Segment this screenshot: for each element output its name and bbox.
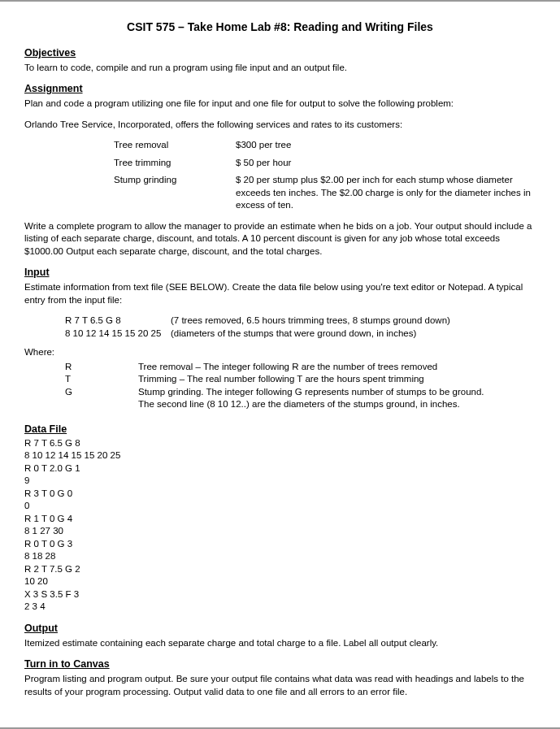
document-page: CSIT 575 – Take Home Lab #8: Reading and… <box>0 0 560 729</box>
assignment-heading: Assignment <box>24 82 536 96</box>
example-desc: (7 trees removed, 6.5 hours trimming tre… <box>171 315 536 328</box>
example-row: R 7 T 6.5 G 8 (7 trees removed, 6.5 hour… <box>65 315 536 328</box>
output-body: Itemized estimate containing each separa… <box>24 637 536 650</box>
service-row: Tree removal $300 per tree <box>24 139 536 152</box>
input-p1: Estimate information from text file (SEE… <box>24 281 536 306</box>
where-val: The second line (8 10 12..) are the diam… <box>138 398 536 411</box>
where-label: Where: <box>24 346 536 359</box>
turnin-body: Program listing and program output. Be s… <box>24 673 536 698</box>
objectives-heading: Objectives <box>24 46 536 60</box>
where-row: The second line (8 10 12..) are the diam… <box>65 398 536 411</box>
assignment-p3: Write a complete program to allow the ma… <box>24 220 536 258</box>
objectives-body: To learn to code, compile and run a prog… <box>24 62 536 75</box>
service-rate: $300 per tree <box>219 139 536 152</box>
service-name: Tree trimming <box>24 157 219 170</box>
example-row: 8 10 12 14 15 15 20 25 (diameters of the… <box>65 328 536 341</box>
datafile-heading: Data File <box>24 423 536 436</box>
page-title: CSIT 575 – Take Home Lab #8: Reading and… <box>24 20 536 35</box>
service-row: Tree trimming $ 50 per hour <box>24 157 536 170</box>
input-example: R 7 T 6.5 G 8 (7 trees removed, 6.5 hour… <box>65 315 536 340</box>
turnin-heading: Turn in to Canvas <box>24 657 536 671</box>
where-val: Tree removal – The integer following R a… <box>138 361 536 374</box>
services-table: Tree removal $300 per tree Tree trimming… <box>24 139 536 212</box>
where-table: R Tree removal – The integer following R… <box>65 361 536 411</box>
input-heading: Input <box>24 266 536 280</box>
assignment-p2: Orlando Tree Service, Incorporated, offe… <box>24 119 536 132</box>
datafile-content: R 7 T 6.5 G 8 8 10 12 14 15 15 20 25 R 0… <box>24 437 536 614</box>
example-code: 8 10 12 14 15 15 20 25 <box>65 328 171 341</box>
service-rate: $ 20 per stump plus $2.00 per inch for e… <box>219 174 536 212</box>
where-key: G <box>65 386 138 399</box>
service-name: Stump grinding <box>24 174 219 212</box>
where-val: Trimming – The real number following T a… <box>138 373 536 386</box>
assignment-p1: Plan and code a program utilizing one fi… <box>24 98 536 111</box>
where-key <box>65 398 138 411</box>
where-row: R Tree removal – The integer following R… <box>65 361 536 374</box>
example-desc: (diameters of the stumps that were groun… <box>171 328 536 341</box>
example-code: R 7 T 6.5 G 8 <box>65 315 171 328</box>
output-heading: Output <box>24 622 536 636</box>
where-row: G Stump grinding. The integer following … <box>65 386 536 399</box>
service-name: Tree removal <box>24 139 219 152</box>
service-row: Stump grinding $ 20 per stump plus $2.00… <box>24 174 536 212</box>
where-row: T Trimming – The real number following T… <box>65 373 536 386</box>
where-val: Stump grinding. The integer following G … <box>138 386 536 399</box>
service-rate: $ 50 per hour <box>219 157 536 170</box>
where-key: T <box>65 373 138 386</box>
where-key: R <box>65 361 138 374</box>
